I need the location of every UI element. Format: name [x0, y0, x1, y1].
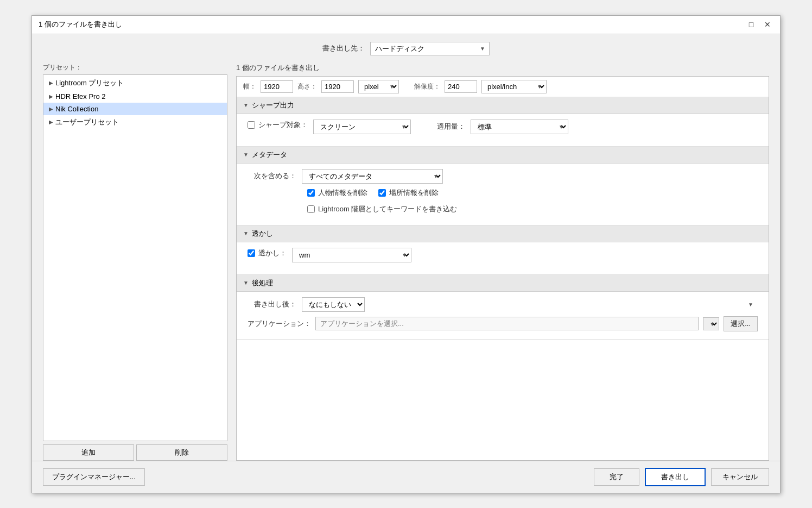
titlebar: 1 個のファイルを書き出し □ ✕ [32, 16, 780, 34]
list-item[interactable]: ▶ Nik Collection [43, 103, 227, 115]
watermark-checkbox-label: 透かし： [258, 248, 287, 258]
watermark-checkbox[interactable] [248, 249, 255, 257]
delete-preset-button[interactable]: 削除 [136, 444, 227, 461]
include-label: 次を含める： [248, 171, 296, 181]
app-label: アプリケーション： [248, 319, 311, 329]
bottom-left: プラグインマネージャー... [43, 468, 145, 486]
metadata-checkbox-row2: Lightroom 階層としてキーワードを書き込む [307, 204, 758, 214]
height-input[interactable] [321, 80, 354, 93]
sharpen-section-header[interactable]: ▼ シャープ出力 [237, 97, 769, 114]
metadata-checkbox-row1: 人物情報を削除 場所情報を削除 [307, 188, 758, 201]
sharpen-amount-wrapper: 標準 [471, 120, 568, 134]
unit-wrapper: pixel [358, 80, 399, 93]
postprocess-section-header[interactable]: ▼ 後処理 [237, 275, 769, 292]
postprocess-section-body: 書き出し後： なにもしない アプリケーション： [237, 292, 769, 340]
watermark-select[interactable]: wm [292, 248, 411, 262]
postprocess-after-row: 書き出し後： なにもしない [248, 297, 758, 312]
sharpen-target-wrapper: スクリーン [313, 120, 411, 134]
sharpen-amount-label: 適用量： [416, 122, 465, 131]
section-collapse-icon: ▼ [243, 102, 249, 108]
after-select-wrapper: なにもしない [302, 297, 758, 312]
sharpen-section: ▼ シャープ出力 シャープ対象： ス [237, 97, 769, 147]
section-collapse-icon: ▼ [243, 280, 249, 286]
sharpen-amount-select[interactable]: 標準 [471, 120, 568, 134]
export-button[interactable]: 書き出し [645, 468, 706, 486]
minimize-button[interactable]: □ [745, 18, 757, 30]
export-destination-row: 書き出し先： ハードディスク [32, 34, 780, 63]
app-dropdown[interactable] [703, 317, 719, 330]
right-panel-content: 幅： 高さ： pixel 解像度： pix [236, 76, 769, 461]
location-checkbox-label: 場所情報を削除 [389, 188, 439, 198]
bottom-right: 完了 書き出し キャンセル [594, 468, 769, 486]
after-label: 書き出し後： [248, 299, 296, 309]
main-body: プリセット： ▶ Lightroom プリセット ▶ HDR Efex Pro … [32, 63, 780, 461]
dpi-input[interactable] [445, 80, 477, 93]
watermark-section: ▼ 透かし 透かし： wm [237, 225, 769, 275]
postprocess-section: ▼ 後処理 書き出し後： なにもしない [237, 275, 769, 340]
unit-select[interactable]: pixel [358, 80, 399, 93]
after-select[interactable]: なにもしない [302, 297, 365, 312]
sharpen-checkbox-row: シャープ対象： [248, 120, 308, 130]
cancel-button[interactable]: キャンセル [711, 468, 769, 486]
person-checkbox[interactable] [307, 189, 315, 197]
keyword-checkbox[interactable] [307, 205, 315, 213]
watermark-section-title: 透かし [252, 229, 273, 239]
keyword-checkbox-row: Lightroom 階層としてキーワードを書き込む [307, 204, 758, 214]
person-checkbox-label: 人物情報を削除 [318, 188, 367, 198]
location-checkbox-row: 場所情報を削除 [378, 188, 439, 198]
done-button[interactable]: 完了 [594, 468, 639, 486]
preset-item-label: ユーザープリセット [55, 117, 119, 127]
sharpen-target-select[interactable]: スクリーン [313, 120, 411, 134]
metadata-checkboxes: 人物情報を削除 場所情報を削除 [248, 188, 758, 214]
include-select[interactable]: すべてのメタデータ [302, 169, 443, 184]
list-item[interactable]: ▶ ユーザープリセット [43, 115, 227, 129]
height-label: 高さ： [297, 82, 317, 91]
watermark-row: 透かし： wm [248, 248, 758, 262]
right-scroll-wrapper: 幅： 高さ： pixel 解像度： pix [236, 76, 769, 461]
keyword-checkbox-label: Lightroom 階層としてキーワードを書き込む [318, 204, 457, 214]
preset-item-label: Nik Collection [55, 105, 98, 113]
chevron-right-icon: ▶ [49, 119, 53, 125]
dialog-title: 1 個のファイルを書き出し [39, 20, 122, 29]
export-dialog: 1 個のファイルを書き出し □ ✕ 書き出し先： ハードディスク プリセット： … [31, 15, 781, 493]
left-panel-buttons: 追加 削除 [43, 444, 227, 461]
add-preset-button[interactable]: 追加 [43, 444, 134, 461]
width-input[interactable] [261, 80, 293, 93]
app-input[interactable] [315, 317, 699, 330]
plugin-manager-button[interactable]: プラグインマネージャー... [43, 468, 145, 486]
preset-label: プリセット： [43, 63, 227, 72]
metadata-section-title: メタデータ [252, 150, 287, 160]
metadata-section-body: 次を含める： すべてのメタデータ [237, 164, 769, 225]
watermark-section-body: 透かし： wm [237, 242, 769, 275]
postprocess-section-title: 後処理 [252, 278, 273, 288]
metadata-section-header[interactable]: ▼ メタデータ [237, 147, 769, 164]
section-collapse-icon: ▼ [243, 152, 249, 158]
width-label: 幅： [243, 82, 256, 91]
close-button[interactable]: ✕ [762, 18, 773, 30]
dpi-unit-select[interactable]: pixel/inch [481, 80, 547, 93]
include-wrapper: すべてのメタデータ [302, 169, 443, 184]
location-checkbox[interactable] [378, 189, 386, 197]
app-row: アプリケーション： 選択... [248, 316, 758, 331]
preset-list-container: ▶ Lightroom プリセット ▶ HDR Efex Pro 2 ▶ Nik… [43, 74, 227, 441]
sharpen-checkbox[interactable] [248, 121, 255, 129]
sharpen-checkbox-label: シャープ対象： [258, 120, 308, 130]
sharpen-section-body: シャープ対象： スクリーン 適用量： [237, 114, 769, 147]
list-item[interactable]: ▶ HDR Efex Pro 2 [43, 90, 227, 103]
watermark-select-wrapper: wm [292, 248, 411, 262]
watermark-section-header[interactable]: ▼ 透かし [237, 225, 769, 242]
export-dest-select[interactable]: ハードディスク [370, 42, 490, 55]
person-checkbox-row: 人物情報を削除 [307, 188, 367, 198]
section-collapse-icon: ▼ [243, 230, 249, 236]
preset-item-label: Lightroom プリセット [55, 78, 124, 88]
list-item[interactable]: ▶ Lightroom プリセット [43, 76, 227, 90]
dpi-label: 解像度： [414, 82, 440, 91]
bottom-bar: プラグインマネージャー... 完了 書き出し キャンセル [32, 461, 780, 493]
left-panel: プリセット： ▶ Lightroom プリセット ▶ HDR Efex Pro … [43, 63, 227, 461]
chevron-right-icon: ▶ [49, 93, 53, 99]
watermark-checkbox-row: 透かし： [248, 248, 287, 258]
app-dropdown-wrapper [703, 317, 719, 330]
right-panel: 1 個のファイルを書き出し 幅： 高さ： pixel 解 [236, 63, 769, 461]
right-panel-header: 1 個のファイルを書き出し [236, 63, 769, 76]
app-select-button[interactable]: 選択... [724, 316, 758, 331]
